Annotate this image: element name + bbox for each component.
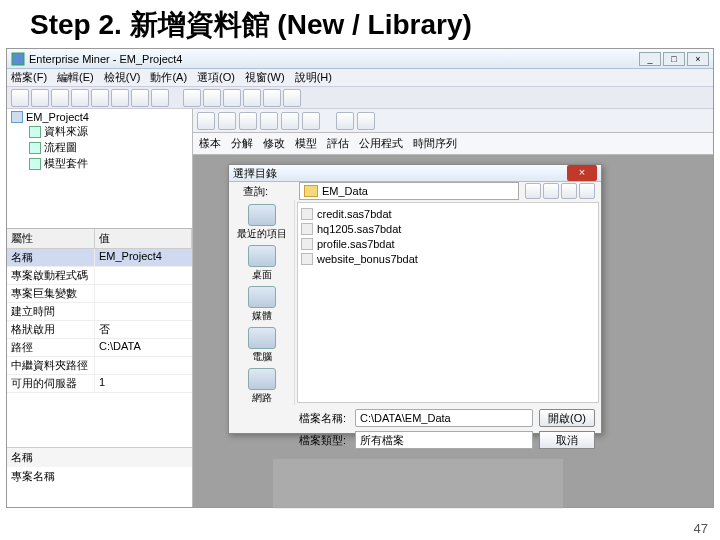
view-list-button[interactable] [561,183,577,199]
file-icon [301,208,313,220]
folder-icon [29,126,41,138]
toolbar-button[interactable] [283,89,301,107]
location-combo[interactable]: EM_Data [299,182,519,200]
canvas-tool-button[interactable] [197,112,215,130]
file-item[interactable]: credit.sas7bdat [301,206,595,221]
toolbar-button[interactable] [91,89,109,107]
maximize-button[interactable]: □ [663,52,685,66]
tree-label: 流程圖 [44,140,77,155]
prop-val: 1 [95,375,192,392]
libraries-icon [248,286,276,308]
toolbar-button[interactable] [111,89,129,107]
menu-edit[interactable]: 編輯(E) [57,70,94,85]
prop-key: 名稱 [7,249,95,266]
lower-desc: 專案名稱 [7,467,192,507]
project-tree[interactable]: EM_Project4 資料來源 流程圖 模型套件 [7,109,192,229]
filename-label: 檔案名稱: [299,411,349,426]
up-folder-button[interactable] [525,183,541,199]
props-row[interactable]: 可用的伺服器1 [7,375,192,393]
tree-node[interactable]: 流程圖 [29,140,188,156]
props-row[interactable]: 專案啟動程式碼 [7,267,192,285]
props-header: 屬性 值 [7,229,192,249]
canvas-tool-button[interactable] [357,112,375,130]
props-row[interactable]: 名稱EM_Project4 [7,249,192,267]
slide-title: Step 2. 新增資料館 (New / Library) [0,0,720,48]
props-row[interactable]: 格狀啟用否 [7,321,192,339]
file-icon [301,223,313,235]
toolbar-button[interactable] [243,89,261,107]
props-row[interactable]: 建立時間 [7,303,192,321]
places-bar: 最近的項目 桌面 媒體 電腦 網路 [229,200,295,405]
toolbar-button[interactable] [131,89,149,107]
new-folder-button[interactable] [543,183,559,199]
location-value: EM_Data [322,185,368,197]
place-label: 電腦 [252,350,272,364]
filename-field[interactable]: C:\DATA\EM_Data [355,409,533,427]
prop-key: 可用的伺服器 [7,375,95,392]
tree-root-label: EM_Project4 [26,111,89,123]
props-row[interactable]: 路徑C:\DATA [7,339,192,357]
window-title: Enterprise Miner - EM_Project4 [29,53,182,65]
tab-sample[interactable]: 樣本 [199,136,221,151]
close-button[interactable]: × [687,52,709,66]
location-label: 查詢: [243,184,293,199]
menu-view[interactable]: 檢視(V) [104,70,141,85]
folder-icon [29,142,41,154]
folder-icon [304,185,318,197]
place-libraries[interactable]: 媒體 [248,286,276,323]
file-item[interactable]: hq1205.sas7bdat [301,221,595,236]
tab-timeseries[interactable]: 時間序列 [413,136,457,151]
tab-utility[interactable]: 公用程式 [359,136,403,151]
toolbar-button[interactable] [31,89,49,107]
page-number: 47 [694,521,708,536]
props-row[interactable]: 專案巨集變數 [7,285,192,303]
toolbar-button[interactable] [51,89,69,107]
toolbar-button[interactable] [203,89,221,107]
canvas-tool-button[interactable] [336,112,354,130]
menu-window[interactable]: 視窗(W) [245,70,285,85]
place-computer[interactable]: 電腦 [248,327,276,364]
canvas-tool-button[interactable] [239,112,257,130]
toolbar-button[interactable] [183,89,201,107]
place-label: 最近的項目 [237,227,287,241]
tree-node[interactable]: 模型套件 [29,156,188,172]
tree-root[interactable]: EM_Project4 [11,111,188,124]
place-recent[interactable]: 最近的項目 [237,204,287,241]
menu-file[interactable]: 檔案(F) [11,70,47,85]
toolbar-button[interactable] [223,89,241,107]
menubar: 檔案(F) 編輯(E) 檢視(V) 動作(A) 選項(O) 視窗(W) 說明(H… [7,69,713,87]
open-button[interactable]: 開啟(O) [539,409,595,427]
place-desktop[interactable]: 桌面 [248,245,276,282]
project-icon [11,111,23,123]
toolbar-button[interactable] [71,89,89,107]
props-row[interactable]: 中繼資料夾路徑 [7,357,192,375]
menu-options[interactable]: 選項(O) [197,70,235,85]
filetype-combo[interactable]: 所有檔案 [355,431,533,449]
canvas-tool-button[interactable] [281,112,299,130]
toolbar-button[interactable] [151,89,169,107]
toolbar-button[interactable] [263,89,281,107]
cancel-button[interactable]: 取消 [539,431,595,449]
file-list[interactable]: credit.sas7bdat hq1205.sas7bdat profile.… [297,202,599,403]
left-panel: EM_Project4 資料來源 流程圖 模型套件 屬性 值 名稱EM_Proj… [7,109,193,507]
computer-icon [248,327,276,349]
view-details-button[interactable] [579,183,595,199]
prop-key: 專案啟動程式碼 [7,267,95,284]
tab-model[interactable]: 模型 [295,136,317,151]
tab-assess[interactable]: 評估 [327,136,349,151]
place-network[interactable]: 網路 [248,368,276,405]
file-item[interactable]: website_bonus7bdat [301,251,595,266]
canvas-tool-button[interactable] [218,112,236,130]
dialog-close-button[interactable]: × [567,165,597,181]
tree-node[interactable]: 資料來源 [29,124,188,140]
canvas-tool-button[interactable] [302,112,320,130]
desktop-icon [248,245,276,267]
tab-explore[interactable]: 分解 [231,136,253,151]
menu-action[interactable]: 動作(A) [150,70,187,85]
toolbar-button[interactable] [11,89,29,107]
minimize-button[interactable]: _ [639,52,661,66]
file-item[interactable]: profile.sas7bdat [301,236,595,251]
menu-help[interactable]: 說明(H) [295,70,332,85]
tab-modify[interactable]: 修改 [263,136,285,151]
canvas-tool-button[interactable] [260,112,278,130]
